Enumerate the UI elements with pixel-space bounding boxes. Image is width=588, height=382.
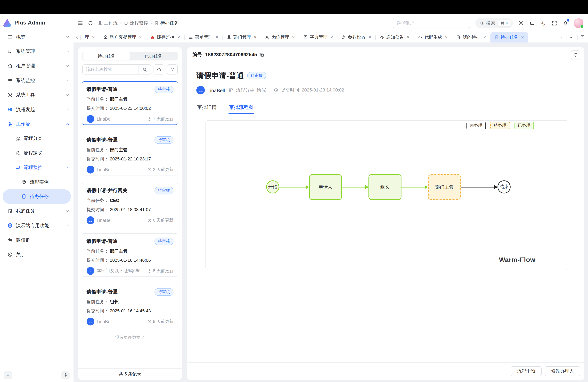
page-tab-dict-management[interactable]: 字典管理✕ <box>299 32 337 42</box>
clipboard-icon <box>154 21 159 25</box>
breadcrumb-separator: › <box>150 21 152 25</box>
reset-button[interactable] <box>153 64 164 75</box>
globe-icon <box>7 223 13 228</box>
toggle-sidebar-button[interactable] <box>77 20 83 26</box>
user-name: LinaBell <box>97 319 145 324</box>
fullscreen-button[interactable] <box>551 20 557 26</box>
current-task: CEO <box>110 198 120 203</box>
page-tab-cache-monitor[interactable]: 缓存监控✕ <box>146 32 184 42</box>
page-tab-param-settings[interactable]: 参数设置✕ <box>338 32 376 42</box>
task-card[interactable]: 请假申请-普通待审核 当前任务： 组长 提交时间： 2025-01-16 14:… <box>82 284 178 327</box>
close-tab-icon[interactable]: ✕ <box>330 35 333 40</box>
monitor-icon <box>15 165 20 170</box>
pin-sidebar-button[interactable] <box>62 371 70 379</box>
breadcrumb-workflow[interactable]: 工作流 <box>98 20 118 26</box>
content-fullscreen-button[interactable] <box>577 35 587 40</box>
collapse-sidebar-button[interactable]: « <box>4 371 12 379</box>
process-intervene-button[interactable]: 流程干预 <box>511 366 542 376</box>
close-tab-icon[interactable]: ✕ <box>177 35 180 40</box>
tabs-scroll-right-button[interactable]: › <box>557 35 565 40</box>
tabs-scroll-left-button[interactable]: ‹ <box>74 32 81 42</box>
tab-approval-flowchart[interactable]: 审批流程图 <box>228 102 254 114</box>
notifications-button[interactable] <box>563 20 568 26</box>
detail-action-bar: 流程干预 修改办理人 <box>187 362 584 380</box>
copy-icon[interactable] <box>260 52 264 57</box>
task-card[interactable]: 请假申请-普通待审核 当前任务： 部门主管 提交时间： 2025-01-22 1… <box>82 132 178 175</box>
tabs-menu-button[interactable] <box>566 35 576 40</box>
current-task: 部门主管 <box>110 249 127 254</box>
close-tab-icon[interactable]: ✕ <box>139 35 142 40</box>
sidebar-item-system-tools[interactable]: 系统工具 <box>0 88 74 102</box>
search-button[interactable] <box>139 65 151 74</box>
close-tab-icon[interactable]: ✕ <box>253 35 257 40</box>
chevron-down-icon <box>66 79 70 83</box>
refresh-page-button[interactable] <box>88 21 93 26</box>
dark-mode-button[interactable] <box>529 20 535 26</box>
page-tab-notice[interactable]: 通知公告✕ <box>376 32 414 42</box>
close-tab-icon[interactable]: ✕ <box>368 35 372 40</box>
sidebar-item-tenant-management[interactable]: 租户管理 <box>0 59 74 73</box>
sidebar-item-overview[interactable]: 概览 <box>0 30 74 44</box>
task-card[interactable]: 请假申请-普通待审核 当前任务： 部门主管 提交时间： 2025-01-23 1… <box>82 81 178 125</box>
close-tab-icon[interactable]: ✕ <box>407 35 410 40</box>
tab-approval-detail[interactable]: 审批详情 <box>196 102 217 114</box>
org-chart-icon <box>227 35 231 40</box>
sidebar-item-process-category[interactable]: 流程分类 <box>0 131 74 146</box>
page-tab-department-management[interactable]: 部门管理✕ <box>223 32 261 42</box>
user-avatar[interactable] <box>574 18 583 28</box>
flow-node-team-leader[interactable]: 组长 <box>368 174 401 200</box>
sidebar-item-workflow[interactable]: 工作流 <box>0 117 74 131</box>
status-badge: 待审核 <box>154 136 173 144</box>
sidebar-item-about[interactable]: 关于 <box>0 247 74 262</box>
sidebar-item-my-tasks[interactable]: 我的任务 <box>0 204 74 218</box>
task-card[interactable]: 请假申请-并行网关待审核 当前任务： CEO 提交时间： 2025-01-18 … <box>82 183 178 226</box>
wechat-icon <box>7 237 13 243</box>
tenant-select-input[interactable] <box>393 18 470 28</box>
page-tab-tenant-package[interactable]: 租户套餐管理✕ <box>99 32 146 42</box>
refresh-detail-button[interactable] <box>571 50 580 59</box>
sidebar-item-process-instance[interactable]: 流程实例 <box>0 175 74 189</box>
cube-icon <box>21 179 26 185</box>
sidebar-item-process-monitor[interactable]: 流程监控 <box>0 160 74 175</box>
close-tab-icon[interactable]: ✕ <box>521 35 524 40</box>
sidebar-item-system-monitor[interactable]: 系统监控 <box>0 73 74 88</box>
global-search-button[interactable]: 搜索 ⌘ K <box>475 18 513 28</box>
segment-todo-tasks[interactable]: 待办任务 <box>83 52 130 60</box>
submit-time: 2025-01-22 10:23:17 <box>110 156 151 161</box>
process-name-search-input[interactable] <box>83 65 139 74</box>
flow-node-dept-manager[interactable]: 部门主管 <box>428 174 461 200</box>
segment-done-tasks[interactable]: 已办任务 <box>130 52 177 60</box>
page-tab-post-management[interactable]: 岗位管理✕ <box>261 32 299 42</box>
flow-node-start[interactable]: 开始 <box>266 180 279 193</box>
breadcrumb-process-monitor[interactable]: 流程监控 <box>124 20 148 26</box>
page-tab-menu-management[interactable]: 菜单管理✕ <box>185 32 222 42</box>
breadcrumb-todo-tasks[interactable]: 待办任务 <box>154 20 179 26</box>
filter-button[interactable] <box>167 64 178 75</box>
language-button[interactable]: 文A <box>540 20 546 26</box>
submit-time: 2025-01-23 14:00:02 <box>110 106 151 111</box>
change-assignee-button[interactable]: 修改办理人 <box>545 366 580 376</box>
close-tab-icon[interactable]: ✕ <box>215 35 219 40</box>
sidebar-item-process-initiate[interactable]: 流程发起 <box>0 102 74 117</box>
sidebar-item-wechat-group[interactable]: 微信群 <box>0 233 74 247</box>
refresh-icon <box>573 52 578 57</box>
page-tab-todo-tasks[interactable]: 待办任务✕ <box>490 32 528 42</box>
flow-node-applicant[interactable]: 申请人 <box>309 174 342 200</box>
flowchart-canvas[interactable]: 未办理 待办理 已办理 开始 申请人 <box>206 120 568 270</box>
settings-button[interactable] <box>518 20 524 26</box>
sidebar-item-process-definition[interactable]: 流程定义 <box>0 146 74 160</box>
sidebar-item-demo-features[interactable]: 演示站专用功能 <box>0 218 74 233</box>
close-tab-icon[interactable]: ✕ <box>92 35 95 40</box>
flow-node-end[interactable]: 结束 <box>498 180 511 193</box>
chevron-down-icon <box>66 209 70 213</box>
close-tab-icon[interactable]: ✕ <box>483 35 486 40</box>
warm-flow-watermark: Warm-Flow <box>499 256 535 264</box>
sidebar-item-todo-tasks[interactable]: 待办任务 <box>3 189 71 204</box>
page-tab-code-generation[interactable]: 代码生成✕ <box>414 32 452 42</box>
close-tab-icon[interactable]: ✕ <box>445 35 448 40</box>
sidebar-item-system-management[interactable]: 系统管理 <box>0 44 74 59</box>
page-tab-clipped[interactable]: 理✕ <box>81 32 99 42</box>
page-tab-my-todo[interactable]: 我的待办✕ <box>452 32 490 42</box>
task-card[interactable]: 请假申请-普通待审核 当前任务： 部门主管 提交时间： 2025-01-16 1… <box>82 233 178 277</box>
close-tab-icon[interactable]: ✕ <box>292 35 295 40</box>
